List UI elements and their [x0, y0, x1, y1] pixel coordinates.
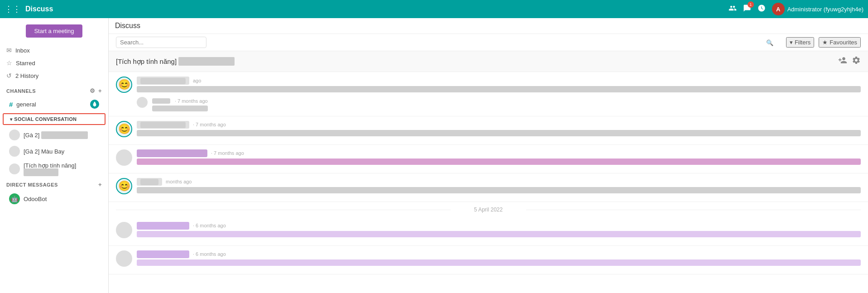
message-body-3: · 7 months ago	[137, 149, 861, 165]
message-row-1: 😊 ago	[116, 77, 861, 94]
social-item-avatar-1	[9, 130, 20, 140]
message-avatar-1: 😊	[116, 77, 132, 93]
user-label: Administrator (fyuwg2yhjh4e)	[787, 6, 863, 13]
message-row-4: 😊 months ago	[116, 178, 861, 194]
message-time-4: months ago	[166, 179, 192, 184]
topbar: ⋮⋮ Discuss 1 A Administrator (fyuwg2yhjh…	[0, 0, 868, 18]
channels-label: CHANNELS	[6, 88, 36, 94]
message-author-1	[137, 77, 189, 85]
message-author-4	[137, 178, 162, 186]
social-item-tich-hop[interactable]: [Tích hợp tính năng] ████	[3, 160, 106, 178]
history-icon: ↺	[6, 72, 12, 79]
page-title: Discuss	[115, 22, 862, 30]
message-avatar-5	[116, 222, 132, 238]
message-avatar-2: 😊	[116, 121, 132, 137]
chevron-icon: ▾	[10, 117, 12, 122]
sidebar-item-history[interactable]: ↺ 2 History	[0, 69, 108, 82]
sidebar-nav: ✉ Inbox ☆ Starred ↺ 2 History	[0, 44, 108, 85]
social-item-avatar-3	[9, 163, 20, 174]
message-row-3: · 7 months ago	[116, 149, 861, 166]
favourites-label: Favourites	[830, 39, 857, 46]
message-body-6: · 6 months ago	[137, 250, 861, 266]
social-conversation-header[interactable]: ▾ SOCIAL CONVERSATION	[3, 113, 106, 125]
channels-section-header[interactable]: CHANNELS ⚙ +	[0, 85, 108, 97]
message-body-4: months ago	[137, 178, 861, 194]
message-author-3	[137, 149, 207, 158]
message-row-6: · 6 months ago	[116, 250, 861, 267]
odoobot-avatar: 🤖	[9, 193, 20, 204]
message-avatar-3	[116, 149, 132, 166]
sidebar-item-label-inbox: Inbox	[15, 47, 30, 54]
drop-indicator	[90, 100, 99, 109]
message-group-5: · 6 months ago	[109, 217, 868, 246]
clock-icon[interactable]	[758, 4, 766, 14]
sub-message-time-1: · 7 months ago	[175, 98, 208, 104]
avatar: A	[772, 3, 785, 15]
date-separator: 5 April 2022	[109, 202, 868, 217]
chat-badge: 1	[748, 1, 754, 8]
message-author-2	[137, 121, 189, 129]
dm-item-odoobot[interactable]: 🤖 OdooBot	[3, 191, 106, 207]
add-channel-icon[interactable]: +	[98, 87, 102, 94]
social-item-label-2: [Gà 2] Màu Bay	[24, 148, 64, 155]
message-time-2: · 7 months ago	[193, 122, 226, 127]
messages-area: 😊 ago · 7 months ago	[109, 72, 868, 293]
message-avatar-4: 😊	[116, 178, 132, 194]
message-text-6	[137, 259, 861, 266]
message-group-6: · 6 months ago	[109, 246, 868, 274]
fav-icon: ★	[822, 39, 828, 46]
grid-icon[interactable]: ⋮⋮	[5, 4, 21, 14]
message-text-2	[137, 130, 861, 136]
social-item-ga2[interactable]: [Gà 2] ██████	[3, 127, 106, 143]
social-item-ga2-mau-bay[interactable]: [Gà 2] Màu Bay	[3, 144, 106, 159]
add-user-icon[interactable]	[838, 56, 847, 67]
message-text-4	[137, 187, 861, 193]
settings-gear-icon[interactable]	[852, 56, 861, 67]
social-conversation-label: SOCIAL CONVERSATION	[14, 116, 77, 122]
search-input[interactable]	[116, 37, 206, 48]
conversation-actions	[838, 56, 861, 67]
people-icon[interactable]	[729, 4, 737, 14]
star-icon: ☆	[6, 59, 12, 67]
main-sub-header: Discuss	[109, 18, 868, 34]
settings-icon[interactable]: ⚙	[90, 87, 96, 94]
content-area: Discuss 🔍 ▾ Filters ★ Favourites	[109, 18, 868, 293]
topbar-icons: 1 A Administrator (fyuwg2yhjh4e)	[729, 3, 863, 15]
user-menu[interactable]: A Administrator (fyuwg2yhjh4e)	[772, 3, 863, 15]
channel-item-general[interactable]: # general	[3, 97, 106, 111]
date-separator-text: 5 April 2022	[474, 207, 503, 213]
message-author-6	[137, 250, 189, 259]
message-author-5	[137, 222, 189, 230]
sidebar-item-starred[interactable]: ☆ Starred	[0, 57, 108, 69]
message-group-1: 😊 ago · 7 months ago	[109, 72, 868, 116]
topbar-title: Discuss	[25, 5, 724, 13]
message-body-2: · 7 months ago	[137, 121, 861, 137]
message-body-1: ago	[137, 77, 861, 94]
filters-button[interactable]: ▾ Filters	[786, 37, 814, 48]
odoobot-label: OdooBot	[24, 196, 47, 202]
direct-messages-section-header[interactable]: DIRECT MESSAGES +	[0, 178, 108, 191]
message-avatar-6	[116, 250, 132, 267]
filter-icon: ▾	[790, 39, 793, 46]
message-group-4: 😊 months ago	[109, 173, 868, 202]
message-time-3: · 7 months ago	[211, 150, 244, 156]
filters-label: Filters	[795, 39, 810, 46]
social-item-avatar-2	[9, 146, 20, 157]
sub-message-row-1: · 7 months ago	[137, 97, 861, 111]
message-time-5: · 6 months ago	[193, 223, 226, 228]
message-body-5: · 6 months ago	[137, 222, 861, 238]
sub-message-avatar-1	[137, 97, 148, 108]
sidebar-item-inbox[interactable]: ✉ Inbox	[0, 44, 108, 57]
start-meeting-button[interactable]: Start a meeting	[26, 24, 82, 38]
search-icon: 🔍	[766, 39, 773, 46]
message-text-1	[137, 86, 861, 92]
chat-icon[interactable]: 1	[743, 4, 751, 14]
inbox-icon: ✉	[6, 47, 12, 54]
sidebar: Start a meeting ✉ Inbox ☆ Starred ↺ 2 Hi…	[0, 18, 109, 293]
message-group-2: 😊 · 7 months ago	[109, 116, 868, 145]
favourites-button[interactable]: ★ Favourites	[819, 37, 861, 48]
message-text-5	[137, 231, 861, 237]
add-dm-icon[interactable]: +	[98, 181, 102, 188]
hash-icon: #	[9, 101, 13, 108]
search-container: 🔍	[116, 37, 777, 48]
